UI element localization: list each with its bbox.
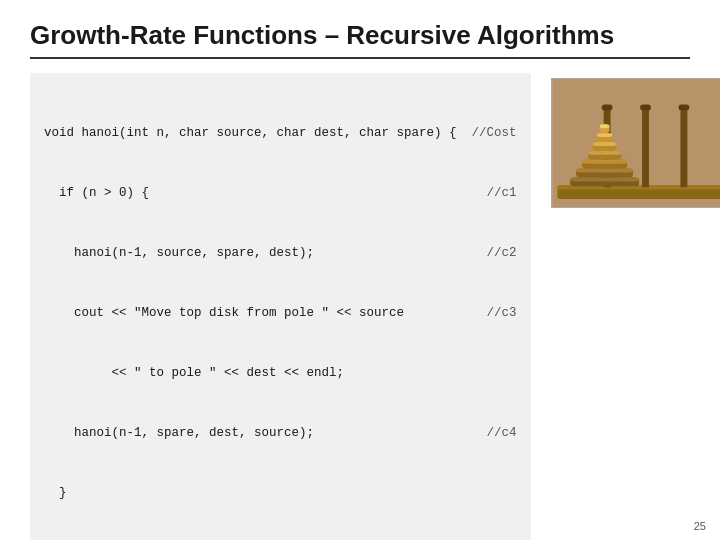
code-line-7: } (44, 483, 517, 503)
code-comment (457, 483, 517, 503)
code-line-2: if (n > 0) { //c1 (44, 183, 517, 203)
code-comment: //c1 (457, 183, 517, 203)
code-comment: //c4 (457, 423, 517, 443)
svg-rect-11 (582, 160, 627, 164)
hanoi-svg (552, 79, 720, 207)
code-line-6: hanoi(n-1, spare, dest, source); //c4 (44, 423, 517, 443)
svg-rect-15 (592, 142, 616, 146)
svg-rect-5 (680, 109, 687, 188)
svg-rect-13 (587, 151, 620, 155)
code-comment: //Cost (457, 123, 517, 143)
svg-rect-17 (596, 133, 612, 137)
top-section: void hanoi(int n, char source, char dest… (30, 73, 690, 540)
code-comment: //c3 (457, 303, 517, 323)
hanoi-image-container (551, 78, 720, 208)
code-comment (457, 363, 517, 383)
code-line-4: cout << "Move top disk from pole " << so… (44, 303, 517, 323)
svg-rect-7 (570, 177, 639, 181)
code-block: void hanoi(int n, char source, char dest… (30, 73, 531, 540)
code-line-5: << " to pole " << dest << endl; (44, 363, 517, 383)
code-text: } (44, 483, 457, 503)
code-line-3: hanoi(n-1, source, spare, dest); //c2 (44, 243, 517, 263)
slide-title: Growth-Rate Functions – Recursive Algori… (30, 20, 690, 59)
code-line-1: void hanoi(int n, char source, char dest… (44, 123, 517, 143)
svg-rect-19 (599, 124, 609, 128)
svg-rect-22 (678, 105, 689, 111)
code-text: void hanoi(int n, char source, char dest… (44, 123, 457, 143)
code-text: if (n > 0) { (44, 183, 457, 203)
code-text: cout << "Move top disk from pole " << so… (44, 303, 457, 323)
code-text: hanoi(n-1, source, spare, dest); (44, 243, 457, 263)
code-wrapper: void hanoi(int n, char source, char dest… (30, 73, 531, 540)
svg-rect-21 (640, 105, 651, 111)
svg-rect-9 (576, 169, 633, 173)
code-comment: //c2 (457, 243, 517, 263)
svg-rect-4 (642, 109, 649, 188)
code-text: hanoi(n-1, spare, dest, source); (44, 423, 457, 443)
svg-rect-20 (601, 105, 612, 111)
slide: Growth-Rate Functions – Recursive Algori… (0, 0, 720, 540)
page-number: 25 (694, 520, 706, 532)
code-text: << " to pole " << dest << endl; (44, 363, 457, 383)
